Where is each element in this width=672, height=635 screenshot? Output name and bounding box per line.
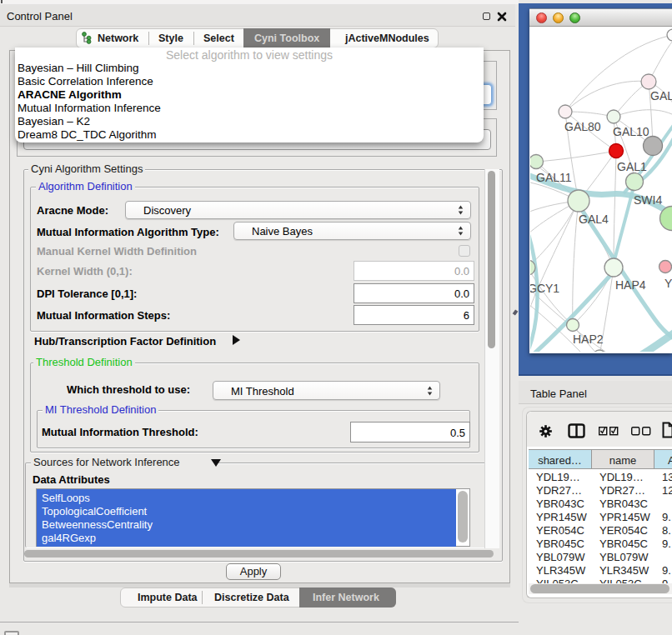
svg-text:GAL10: GAL10 [613,125,649,138]
svg-text:Y: Y [664,277,672,290]
svg-text:SWI4: SWI4 [634,193,662,207]
svg-text:HAP2: HAP2 [573,332,604,346]
svg-text:GAL4: GAL4 [579,212,609,226]
svg-text:GAL1: GAL1 [617,160,647,173]
svg-text:GAL2: GAL2 [650,89,672,102]
svg-text:GCY1: GCY1 [530,282,559,295]
svg-text:HAP4: HAP4 [615,278,646,292]
svg-text:GAL80: GAL80 [564,120,601,133]
svg-text:GAL11: GAL11 [536,171,572,184]
